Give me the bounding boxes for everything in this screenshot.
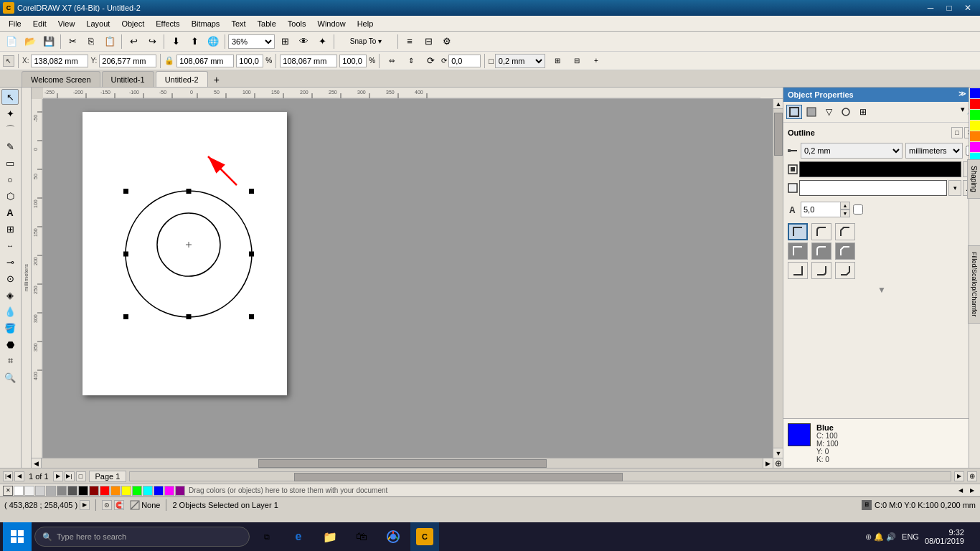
corner-style-bl3[interactable]	[835, 262, 855, 279]
outline-icon-tab[interactable]	[786, 105, 802, 119]
corner-style-bevel[interactable]	[835, 223, 855, 240]
menu-tools[interactable]: Tools	[282, 18, 312, 29]
handle-ml[interactable]	[123, 252, 128, 257]
palette-btn-15[interactable]	[175, 486, 185, 496]
snap-to-dropdown[interactable]: Snap To ▾	[337, 34, 395, 50]
menu-table[interactable]: Table	[252, 18, 282, 29]
rotate-input[interactable]	[448, 55, 481, 67]
palette-btn-1[interactable]	[24, 486, 34, 496]
palette-btn-11[interactable]	[132, 486, 142, 496]
corner-radius-input[interactable]	[801, 202, 840, 217]
corner-style-inv1[interactable]	[788, 242, 808, 260]
coords-settings-btn[interactable]: ▶	[80, 500, 90, 510]
palette-scroll-left[interactable]: ◀	[956, 486, 966, 496]
export-btn[interactable]: ⬆	[186, 34, 203, 50]
width-input[interactable]	[176, 55, 234, 67]
outer-circle[interactable]	[126, 191, 252, 317]
close-button[interactable]: ✕	[958, 0, 977, 16]
import-btn[interactable]: ⬇	[167, 34, 184, 50]
corner-style-rounded[interactable]	[811, 223, 831, 240]
undo-btn[interactable]: ↩	[125, 34, 142, 50]
distribute-btn[interactable]: ⊟	[420, 34, 437, 50]
interactive-fill-btn[interactable]: 🪣	[1, 320, 19, 336]
shape-tool-btn[interactable]: ✦	[1, 105, 19, 121]
palette-red[interactable]	[970, 99, 980, 109]
ellipse-tool-btn[interactable]: ○	[1, 171, 19, 187]
palette-magenta[interactable]	[970, 142, 980, 152]
polygon-tool-btn[interactable]: ⬡	[1, 188, 19, 204]
scroll-up-btn[interactable]: ▲	[773, 99, 783, 109]
canvas-area[interactable]: ▲ ▼	[43, 99, 783, 458]
palette-btn-2[interactable]	[35, 486, 45, 496]
h-scroll-left-btn[interactable]: ◀	[32, 458, 42, 468]
transform-panel-btn[interactable]: ⟳	[422, 53, 439, 69]
palette-btn-5[interactable]	[67, 486, 77, 496]
maximize-button[interactable]: □	[940, 0, 958, 16]
status-icon1[interactable]: 🖥	[862, 500, 872, 510]
store-btn[interactable]: 🛍	[347, 522, 376, 551]
h-scroll-right-bottom[interactable]: ▶	[954, 471, 964, 481]
add-page-btn[interactable]: □	[76, 471, 86, 481]
start-button[interactable]	[3, 522, 32, 551]
panel-menu-btn[interactable]: ▾	[961, 105, 965, 119]
menu-bitmaps[interactable]: Bitmaps	[186, 18, 226, 29]
edge-btn[interactable]: e	[284, 522, 313, 551]
corner-radius-down-btn[interactable]: ▼	[840, 209, 850, 217]
palette-btn-7[interactable]	[89, 486, 99, 496]
shaping-tab[interactable]: Shaping	[967, 159, 980, 199]
explorer-btn[interactable]: 📁	[316, 522, 344, 551]
zoom-tool-btn[interactable]: 🔍	[1, 369, 19, 385]
tab-untitled1[interactable]: Untitled-1	[102, 71, 154, 87]
dim-tool-btn[interactable]: ↔	[1, 237, 19, 253]
menu-text[interactable]: Text	[225, 18, 251, 29]
outline-width-select[interactable]: 0,2 mm 0,5 mm 1,0 mm	[495, 54, 545, 68]
menu-help[interactable]: Help	[352, 18, 380, 29]
fill-color-dropdown-btn[interactable]: ▾	[948, 180, 961, 196]
panel-expand-btn[interactable]: ≫	[958, 90, 966, 100]
palette-btn-10[interactable]	[121, 486, 131, 496]
menu-view[interactable]: View	[52, 18, 81, 29]
tab-welcome[interactable]: Welcome Screen	[22, 71, 100, 87]
view-mode-btn[interactable]: 👁	[295, 34, 312, 50]
artistic-media-btn[interactable]: ✎	[1, 138, 19, 154]
h-scroll-thumb-bottom[interactable]	[294, 473, 622, 481]
palette-yellow[interactable]	[970, 121, 980, 131]
palette-btn-8[interactable]	[100, 486, 110, 496]
paste-btn[interactable]: 📋	[101, 34, 118, 50]
search-bar[interactable]: 🔍 Type here to search	[34, 527, 250, 547]
outline-maximize-btn[interactable]: □	[951, 127, 963, 138]
palette-btn-3[interactable]	[46, 486, 56, 496]
align-edge-btn[interactable]: ⊟	[568, 53, 585, 69]
palette-green[interactable]	[970, 110, 980, 120]
lock-aspect-icon[interactable]: 🔒	[164, 56, 174, 65]
palette-btn-9[interactable]	[110, 486, 121, 496]
align-btn[interactable]: ≡	[401, 34, 418, 50]
w-percent-input[interactable]	[236, 55, 263, 67]
zoom-fit-btn-bottom[interactable]: ⊕	[967, 471, 977, 481]
options-btn[interactable]: ⚙	[438, 34, 456, 50]
corner-style-bl2[interactable]	[811, 262, 831, 279]
palette-btn-4[interactable]	[57, 486, 67, 496]
graph-icon-tab[interactable]: ⊞	[855, 105, 871, 119]
menu-layout[interactable]: Layout	[80, 18, 116, 29]
snap-toggle-btn[interactable]: 🧲	[114, 500, 124, 510]
outline-unit-select[interactable]: millimeters inches pixels	[905, 143, 963, 159]
publish-btn[interactable]: 🌐	[204, 34, 222, 50]
handle-tc[interactable]	[187, 189, 192, 194]
smart-fill-btn[interactable]: ⬣	[1, 336, 19, 352]
table-tool-btn[interactable]: ⊞	[1, 221, 19, 237]
outline-color-swatch[interactable]	[799, 161, 961, 177]
handle-tr[interactable]	[249, 189, 254, 194]
fill-color-swatch[interactable]	[799, 180, 947, 196]
menu-edit[interactable]: Edit	[27, 18, 52, 29]
menu-effects[interactable]: Effects	[150, 18, 185, 29]
corner-radius-checkbox[interactable]	[853, 204, 863, 215]
palette-btn-12[interactable]	[143, 486, 153, 496]
outline-expand-btn[interactable]: ▼	[788, 285, 976, 295]
menu-object[interactable]: Object	[116, 18, 150, 29]
page-first-btn[interactable]: |◀	[3, 471, 13, 481]
open-btn[interactable]: 📂	[22, 34, 39, 50]
handle-bc[interactable]	[187, 314, 192, 319]
page-tab[interactable]: Page 1	[89, 471, 127, 482]
new-tab-button[interactable]: +	[209, 72, 224, 87]
